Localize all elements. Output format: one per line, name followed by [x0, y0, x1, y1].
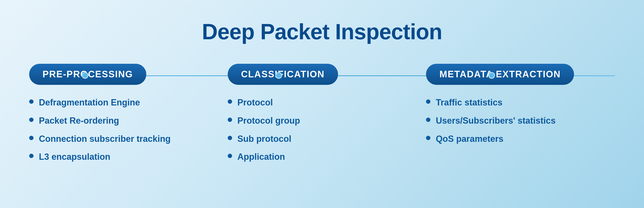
bullet-icon: [426, 100, 430, 104]
bullet-icon: [426, 117, 430, 122]
item-text: Protocol group: [238, 115, 300, 126]
item-text: Connection subscriber tracking: [39, 133, 170, 145]
metadata-extraction-header: METADATA EXTRACTION: [426, 64, 574, 85]
item-text: Protocol: [238, 97, 273, 108]
pre-processing-column: PRE-PROCESSING Defragmentation Engine Pa…: [29, 64, 218, 169]
bullet-icon: [29, 136, 34, 140]
item-text: L3 encapsulation: [39, 151, 110, 163]
page-title: Deep Packet Inspection: [202, 19, 442, 44]
bullet-icon: [228, 136, 232, 140]
list-item: Traffic statistics: [426, 97, 556, 108]
list-item: Users/Subscribers' statistics: [426, 115, 556, 126]
bullet-icon: [426, 136, 430, 140]
dot-3: [488, 72, 495, 79]
list-item: Sub protocol: [228, 133, 300, 145]
pre-processing-list: Defragmentation Engine Packet Re-orderin…: [29, 97, 170, 169]
list-item: Application: [228, 151, 300, 163]
dot-2: [275, 72, 282, 79]
bullet-icon: [228, 100, 232, 104]
item-text: Sub protocol: [238, 133, 292, 145]
list-item: L3 encapsulation: [29, 151, 170, 163]
bullet-icon: [29, 154, 34, 158]
item-text: QoS parameters: [436, 133, 503, 145]
columns-wrapper: PRE-PROCESSING Defragmentation Engine Pa…: [29, 64, 615, 169]
bullet-icon: [228, 154, 232, 158]
item-text: Packet Re-ordering: [39, 115, 119, 126]
bullet-icon: [228, 117, 232, 122]
classification-label: CLASSIFICATION: [241, 69, 325, 80]
item-text: Users/Subscribers' statistics: [436, 115, 556, 126]
list-item: QoS parameters: [426, 133, 556, 145]
classification-list: Protocol Protocol group Sub protocol App…: [228, 97, 300, 169]
list-item: Protocol group: [228, 115, 300, 126]
metadata-extraction-column: METADATA EXTRACTION Traffic statistics U…: [426, 64, 615, 169]
metadata-extraction-list: Traffic statistics Users/Subscribers' st…: [426, 97, 556, 151]
item-text: Traffic statistics: [436, 97, 502, 108]
bullet-icon: [29, 117, 34, 122]
item-text: Defragmentation Engine: [39, 97, 140, 108]
classification-header: CLASSIFICATION: [228, 64, 338, 85]
dot-1: [82, 72, 88, 79]
list-item: Connection subscriber tracking: [29, 133, 170, 145]
classification-column: CLASSIFICATION Protocol Protocol group S…: [228, 64, 416, 169]
metadata-extraction-label: METADATA EXTRACTION: [440, 69, 561, 80]
bullet-icon: [29, 100, 34, 104]
main-content: PRE-PROCESSING Defragmentation Engine Pa…: [0, 64, 644, 169]
list-item: Defragmentation Engine: [29, 97, 170, 108]
list-item: Packet Re-ordering: [29, 115, 170, 126]
list-item: Protocol: [228, 97, 300, 108]
item-text: Application: [238, 151, 285, 163]
